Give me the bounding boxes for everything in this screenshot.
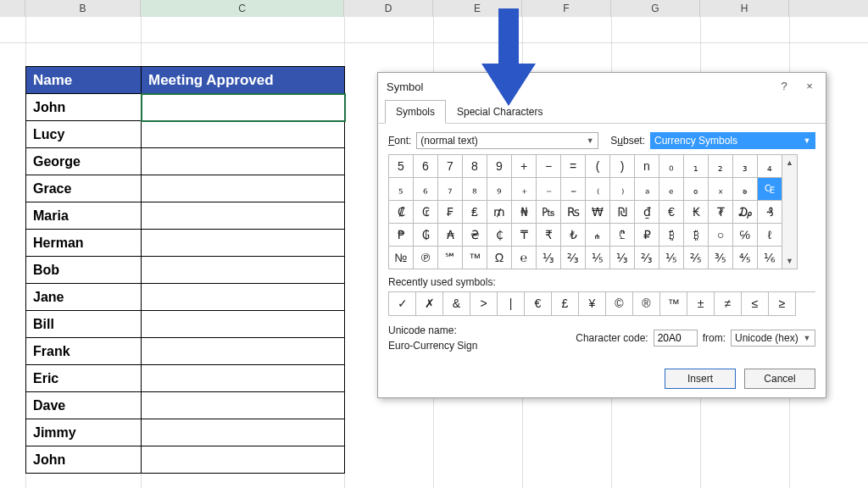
col-header-d[interactable]: D (344, 0, 433, 17)
dialog-titlebar[interactable]: Symbol ? × (378, 73, 826, 100)
scroll-down-icon[interactable]: ▼ (782, 253, 797, 269)
symbol-cell[interactable]: ⅔ (635, 247, 659, 269)
symbol-cell[interactable]: ™ (463, 247, 487, 269)
symbol-cell[interactable]: ₂ (709, 155, 733, 178)
symbol-cell[interactable]: ₉ (487, 178, 512, 201)
symbol-cell[interactable]: ₰ (758, 201, 782, 224)
symbol-cell[interactable]: ₆ (414, 178, 438, 201)
table-row[interactable]: Bill (26, 311, 142, 338)
table-row[interactable]: Lucy (26, 121, 142, 148)
symbol-cell[interactable]: ₋ (537, 178, 561, 201)
symbol-cell[interactable]: 6 (414, 155, 438, 178)
header-approved[interactable]: Meeting Approved (142, 67, 345, 94)
symbol-cell[interactable]: ⅘ (733, 247, 758, 269)
symbol-cell[interactable]: ₪ (610, 201, 635, 224)
table-row[interactable]: Bob (26, 257, 142, 284)
symbol-cell[interactable]: ₨ (561, 201, 586, 224)
recent-symbol-cell[interactable]: € (525, 292, 552, 316)
symbol-cell[interactable]: + (512, 155, 537, 178)
col-header-g[interactable]: G (611, 0, 700, 17)
symbol-cell[interactable]: ₿ (659, 224, 684, 247)
symbol-cell[interactable]: ₓ (709, 178, 733, 201)
symbol-cell[interactable]: ) (610, 155, 635, 178)
symbol-cell[interactable]: ₥ (487, 201, 512, 224)
symbol-scrollbar[interactable]: ▲ ▼ (782, 154, 798, 269)
symbol-cell[interactable]: ₄ (758, 155, 782, 178)
help-button[interactable]: ? (771, 78, 797, 95)
recent-symbol-cell[interactable]: ≤ (742, 292, 769, 316)
from-combo[interactable]: Unicode (hex) ▼ (731, 330, 815, 347)
symbol-cell[interactable]: ₍ (586, 178, 610, 201)
col-header-c[interactable]: C (141, 0, 344, 17)
symbol-cell[interactable]: ○ (709, 224, 733, 247)
table-row[interactable]: Frank (26, 338, 142, 365)
symbol-cell[interactable]: ₇ (438, 178, 463, 201)
symbol-cell[interactable]: ₭ (684, 201, 709, 224)
symbol-cell[interactable]: ⅗ (709, 247, 733, 269)
symbol-cell[interactable]: ₈ (463, 178, 487, 201)
symbol-cell[interactable]: n (635, 155, 659, 178)
insert-button[interactable]: Insert (665, 369, 736, 389)
symbol-cell[interactable]: ℠ (438, 247, 463, 269)
symbol-cell[interactable]: ₾ (610, 224, 635, 247)
table-row[interactable]: Herman (26, 230, 142, 257)
recent-symbol-cell[interactable]: © (606, 292, 633, 316)
symbol-cell[interactable]: ₽ (635, 224, 659, 247)
symbol-cell[interactable]: ₢ (414, 201, 438, 224)
table-row[interactable]: Dave (26, 392, 142, 419)
font-combo[interactable]: (normal text) ▼ (416, 132, 598, 149)
symbol-cell[interactable]: ₹ (537, 224, 561, 247)
symbol-cell[interactable]: ₠ (758, 178, 782, 201)
symbol-cell[interactable]: ₯ (733, 201, 758, 224)
symbol-cell[interactable]: ₡ (389, 201, 414, 224)
charcode-input[interactable] (654, 330, 698, 347)
symbol-cell[interactable]: ₫ (635, 201, 659, 224)
symbol-cell[interactable]: − (537, 155, 561, 178)
recent-symbol-cell[interactable]: ® (633, 292, 660, 316)
symbol-cell[interactable]: ₎ (610, 178, 635, 201)
recent-symbol-cell[interactable]: ™ (660, 292, 687, 316)
symbol-cell[interactable]: ⅕ (659, 247, 684, 269)
symbol-cell[interactable]: ₃ (733, 155, 758, 178)
symbol-cell[interactable]: 9 (487, 155, 512, 178)
symbol-cell[interactable]: ₁ (684, 155, 709, 178)
symbol-cell[interactable]: ₸ (512, 224, 537, 247)
table-row[interactable]: Jane (26, 284, 142, 311)
symbol-cell[interactable]: ₊ (512, 178, 537, 201)
symbol-cell[interactable]: ₩ (586, 201, 610, 224)
recent-symbol-cell[interactable]: & (443, 292, 470, 316)
symbol-cell[interactable]: ₌ (561, 178, 586, 201)
recent-symbol-cell[interactable]: > (470, 292, 498, 316)
symbol-cell[interactable]: = (561, 155, 586, 178)
symbol-cell[interactable]: 8 (463, 155, 487, 178)
symbol-cell[interactable]: ℅ (733, 224, 758, 247)
symbol-cell[interactable]: ⅖ (684, 247, 709, 269)
symbol-cell[interactable]: ₤ (463, 201, 487, 224)
symbol-cell[interactable]: ⅙ (758, 247, 782, 269)
recent-symbol-cell[interactable]: ≥ (769, 292, 796, 316)
table-row[interactable]: Jimmy (26, 419, 142, 446)
col-header-h[interactable]: H (700, 0, 789, 17)
symbol-cell[interactable]: ⅕ (586, 247, 610, 269)
table-row[interactable]: George (26, 148, 142, 175)
symbol-cell[interactable]: ⅓ (537, 247, 561, 269)
symbol-cell[interactable]: ₑ (659, 178, 684, 201)
scroll-up-icon[interactable]: ▲ (782, 155, 797, 170)
symbol-cell[interactable]: ₳ (438, 224, 463, 247)
active-cell[interactable] (142, 94, 345, 121)
table-row[interactable]: Grace (26, 175, 142, 202)
table-row[interactable]: Eric (26, 365, 142, 392)
table-row[interactable]: John (26, 446, 142, 474)
table-row[interactable]: John (26, 94, 142, 121)
symbol-cell[interactable]: ( (586, 155, 610, 178)
symbol-cell[interactable]: Ω (487, 247, 512, 269)
symbol-cell[interactable]: € (659, 201, 684, 224)
symbol-cell[interactable]: ₵ (487, 224, 512, 247)
symbol-cell[interactable]: ₼ (586, 224, 610, 247)
recent-symbol-cell[interactable]: ✗ (416, 292, 443, 316)
symbol-cell[interactable]: ₺ (561, 224, 586, 247)
symbol-cell[interactable]: ₔ (733, 178, 758, 201)
recent-symbol-cell[interactable]: ✓ (389, 292, 416, 316)
symbol-cell[interactable]: ₣ (438, 201, 463, 224)
subset-combo[interactable]: Currency Symbols ▼ (650, 132, 815, 149)
